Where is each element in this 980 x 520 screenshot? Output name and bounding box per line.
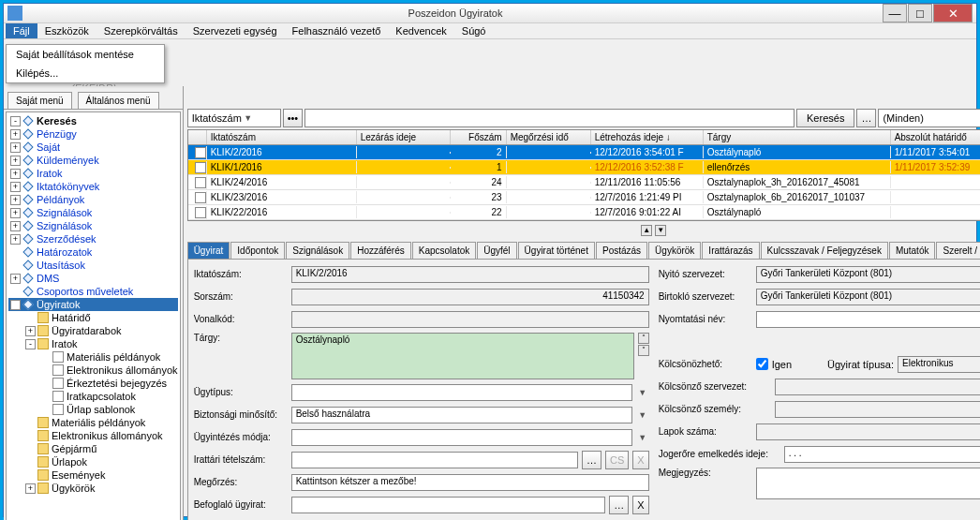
diamond-icon xyxy=(22,220,33,230)
tree-item[interactable]: -Iratok xyxy=(8,337,178,350)
menu-szerepkörváltás[interactable]: Szerepkörváltás xyxy=(97,23,186,38)
label-ugyint: Ügyintézés módja: xyxy=(194,432,288,442)
label-targy: Tárgy: xyxy=(194,333,288,343)
column-header[interactable] xyxy=(188,130,207,144)
detail-tab[interactable]: Kapcsolatok xyxy=(412,242,476,259)
detail-tab[interactable]: Ügyirat történet xyxy=(518,242,595,259)
tree-item[interactable]: -Keresés xyxy=(8,114,178,127)
tree-item[interactable]: Materiális példányok xyxy=(8,416,178,429)
tree-item[interactable]: +Pénzügy xyxy=(8,127,178,141)
tree-item[interactable]: Határozatok xyxy=(8,245,178,259)
tree-item[interactable]: +Ügykörök xyxy=(8,482,178,495)
table-row[interactable]: KLIK/2/2016212/12/2016 3:54:01 FOsztályn… xyxy=(188,145,980,160)
field-megorzes[interactable]: Kattintson kétszer a mezőbe! xyxy=(291,474,649,491)
filter-field-combo[interactable]: Iktatószám▼ xyxy=(187,109,281,127)
nav-tree[interactable]: -Keresés+Pénzügy+Saját+Küldemények+Irato… xyxy=(6,111,181,520)
irattari-dots-button[interactable]: … xyxy=(582,451,601,469)
scroll-down-icon[interactable]: ▼ xyxy=(655,225,666,236)
column-header[interactable]: Lezárás ideje xyxy=(357,130,451,144)
tree-item[interactable]: Érkeztetési bejegyzés xyxy=(8,377,178,390)
column-header[interactable]: Megőrzési idő xyxy=(507,130,591,144)
sidebar-tab-own[interactable]: Saját menü xyxy=(7,92,72,109)
menu-súgó[interactable]: Súgó xyxy=(454,23,494,38)
sidebar-tab-general[interactable]: Általános menü xyxy=(78,92,159,109)
tree-item[interactable]: +Ügyiratdarabok xyxy=(8,324,178,337)
tree-item[interactable]: Űrlapok xyxy=(8,455,178,468)
search-input[interactable] xyxy=(304,109,794,127)
tree-item[interactable]: +Iratok xyxy=(8,167,178,180)
close-button[interactable]: ✕ xyxy=(933,4,973,22)
tree-item[interactable]: Űrlap sablonok xyxy=(8,403,178,416)
detail-tab[interactable]: Hozzáférés xyxy=(350,242,411,259)
app-icon xyxy=(7,6,22,21)
detail-tab[interactable]: Szignálások xyxy=(286,242,349,259)
detail-tab[interactable]: Időpontok xyxy=(230,242,285,259)
menu-eszközök[interactable]: Eszközök xyxy=(37,23,97,38)
menu-exit[interactable]: Kilépés... xyxy=(7,64,164,82)
maximize-button[interactable]: □ xyxy=(908,4,932,22)
field-irattari[interactable] xyxy=(291,452,578,468)
tree-item[interactable]: Elektronikus állományok xyxy=(8,429,178,442)
field-biztonsag[interactable]: Belső használatra xyxy=(291,407,632,423)
detail-tab[interactable]: Szerelt / csatolt ügyiratok xyxy=(936,242,980,259)
table-row[interactable]: KLIK/23/20162312/7/2016 1:21:49 PIOsztal… xyxy=(188,190,980,205)
tree-item[interactable]: Iratkapcsolatok xyxy=(8,390,178,403)
kolcson-checkbox[interactable] xyxy=(756,358,768,370)
detail-tab[interactable]: Irattárazás xyxy=(702,242,759,259)
field-ugytipus[interactable] xyxy=(291,384,632,401)
tree-item[interactable]: +Példányok xyxy=(8,193,178,206)
field-jogerore[interactable]: . . . xyxy=(784,446,980,463)
tree-item[interactable]: +Szignálások xyxy=(8,219,178,232)
detail-tab[interactable]: Mutatók xyxy=(889,242,936,259)
x-button-2[interactable]: X xyxy=(632,496,648,514)
targy-down-icon[interactable]: ˅ xyxy=(638,345,649,356)
column-header[interactable]: Abszolút határidő xyxy=(891,130,980,144)
scope-combo[interactable]: (Minden)▼ xyxy=(878,109,980,127)
main-panel: Frissít ↠ Iktatószám▼ ••• Keresés … (Min… xyxy=(184,86,980,520)
tree-item[interactable]: -Ügyiratok xyxy=(8,298,178,311)
column-header[interactable]: Iktatószám xyxy=(207,130,357,144)
filter-dots-button[interactable]: ••• xyxy=(283,109,304,127)
scroll-up-icon[interactable]: ▲ xyxy=(641,225,652,236)
tree-item[interactable]: +Küldemények xyxy=(8,154,178,167)
detail-tab[interactable]: Ügyirat xyxy=(187,242,230,259)
targy-up-icon[interactable]: ˄ xyxy=(638,333,649,344)
tree-item[interactable]: Utasítások xyxy=(8,259,178,272)
field-nyomtat[interactable] xyxy=(756,311,980,328)
menu-fájl[interactable]: Fájl xyxy=(6,23,37,38)
table-row[interactable]: KLIK/1/2016112/12/2016 3:52:38 Fellenőrz… xyxy=(188,160,980,175)
minimize-button[interactable]: — xyxy=(883,4,907,22)
detail-tab[interactable]: Ügyfél xyxy=(477,242,516,259)
tree-item[interactable]: +Szerződések xyxy=(8,232,178,245)
column-header[interactable]: Létrehozás ideje ↓ xyxy=(591,130,704,144)
detail-tab[interactable]: Kulcsszavak / Feljegyzések xyxy=(761,242,888,259)
menu-save-settings[interactable]: Saját beállítások mentése xyxy=(7,45,164,64)
table-row[interactable]: KLIK/24/20162412/11/2016 11:05:56Osztaly… xyxy=(188,175,980,190)
menu-szervezeti egység[interactable]: Szervezeti egység xyxy=(186,23,285,38)
results-grid[interactable]: IktatószámLezárás idejeFőszámMegőrzési i… xyxy=(187,129,980,221)
field-megjegyzes[interactable] xyxy=(756,468,980,499)
field-ugyint[interactable] xyxy=(291,429,632,446)
field-targy[interactable]: Osztálynapló xyxy=(291,333,634,379)
menu-kedvencek[interactable]: Kedvencek xyxy=(388,23,453,38)
tree-item[interactable]: Csoportos műveletek xyxy=(8,285,178,298)
column-header[interactable]: Főszám xyxy=(451,130,507,144)
tree-item[interactable]: +Iktatókönyvek xyxy=(8,180,178,193)
befoglalo-dots-button[interactable]: … xyxy=(609,496,629,514)
tree-item[interactable]: +DMS xyxy=(8,272,178,285)
menu-felhasználó vezető[interactable]: Felhasználó vezető xyxy=(285,23,389,38)
table-row[interactable]: KLIK/22/20162212/7/2016 9:01:22 AIOsztál… xyxy=(188,205,980,220)
detail-tab[interactable]: Ügykörök xyxy=(648,242,701,259)
tree-item[interactable]: Materiális példányok xyxy=(8,350,178,364)
column-header[interactable]: Tárgy xyxy=(704,130,891,144)
tree-item[interactable]: Elektronikus állományok xyxy=(8,364,178,377)
tree-item[interactable]: +Saját xyxy=(8,141,178,154)
field-befoglalo[interactable] xyxy=(291,497,606,513)
detail-tab[interactable]: Postázás xyxy=(596,242,647,259)
tree-item[interactable]: Események xyxy=(8,468,178,482)
tree-item[interactable]: Gépjármű xyxy=(8,442,178,455)
search-button[interactable]: Keresés xyxy=(796,109,854,127)
search-dots-button[interactable]: … xyxy=(856,109,876,127)
tree-item[interactable]: +Szignálások xyxy=(8,206,178,219)
tree-item[interactable]: Határidő xyxy=(8,311,178,324)
